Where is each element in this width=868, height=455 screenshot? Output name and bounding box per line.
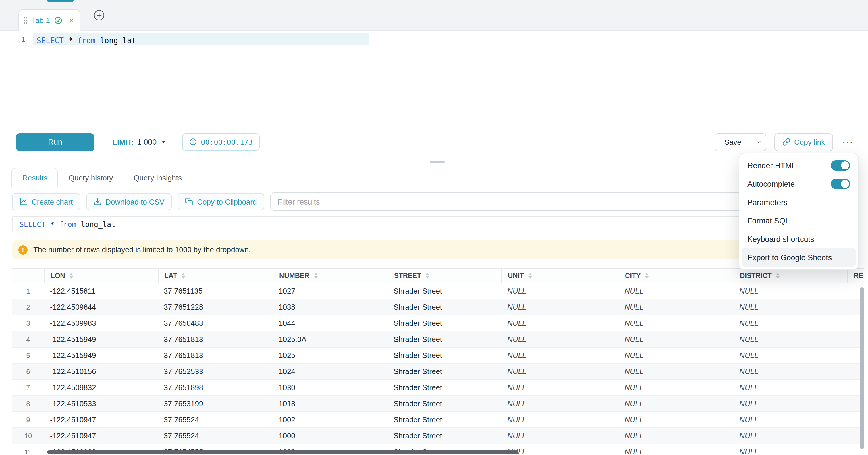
- toolbar-right-group: Save Copy link ⋯: [715, 133, 855, 151]
- table-cell: NULL: [734, 287, 847, 295]
- drag-handle-icon[interactable]: [24, 17, 28, 24]
- tab-query-history[interactable]: Query history: [58, 168, 124, 187]
- table-cell: NULL: [619, 448, 734, 455]
- column-header-street[interactable]: STREET: [388, 269, 501, 283]
- copy-icon: [185, 198, 193, 206]
- menu-item-autocomplete[interactable]: Autocomplete: [739, 175, 858, 193]
- code-area[interactable]: SELECT * from long_lat: [33, 31, 868, 127]
- column-header-number[interactable]: NUMBER: [273, 269, 388, 283]
- menu-item-parameters[interactable]: Parameters: [739, 193, 858, 211]
- row-number: 2: [12, 303, 44, 311]
- table-cell: Shrader Street: [388, 415, 501, 424]
- save-button[interactable]: Save: [715, 133, 750, 150]
- table-cell: -122.4509644: [44, 303, 158, 311]
- column-header-lon[interactable]: LON: [44, 269, 158, 283]
- sort-icon: [313, 272, 318, 279]
- table-cell: -122.4510156: [44, 367, 158, 376]
- table-row: 4-122.451594937.76518131025.0AShrader St…: [12, 332, 864, 347]
- create-chart-label: Create chart: [32, 198, 73, 206]
- column-header-city[interactable]: CITY: [619, 269, 734, 283]
- table-cell: 1025: [273, 351, 388, 360]
- table-cell: 37.7651813: [158, 335, 273, 343]
- copy-link-button[interactable]: Copy link: [774, 133, 833, 151]
- panel-resize-handle[interactable]: [430, 161, 445, 163]
- table-cell: Shrader Street: [388, 351, 501, 360]
- copy-to-clipboard-button[interactable]: Copy to Clipboard: [178, 193, 264, 210]
- sql-preview-keyword-select: SELECT: [20, 220, 45, 229]
- autocomplete-toggle[interactable]: [831, 179, 850, 189]
- tab-query-insights[interactable]: Query Insights: [123, 168, 192, 187]
- sql-keyword-from: from: [78, 36, 96, 45]
- tab-results[interactable]: Results: [11, 168, 58, 187]
- table-cell: NULL: [501, 335, 619, 343]
- sort-icon: [645, 272, 649, 279]
- code-line[interactable]: SELECT * from long_lat: [33, 34, 868, 47]
- create-chart-button[interactable]: Create chart: [12, 193, 80, 210]
- vertical-scrollbar[interactable]: [860, 287, 864, 449]
- table-cell: NULL: [501, 351, 619, 360]
- menu-item-format-sql[interactable]: Format SQL: [739, 211, 858, 230]
- limit-dropdown[interactable]: LIMIT: 1 000: [113, 138, 167, 146]
- column-header-label: UNIT: [508, 272, 524, 280]
- sql-preview-identifier: long_lat: [81, 220, 116, 229]
- save-options-button[interactable]: [750, 133, 766, 150]
- column-header-label: LON: [51, 272, 65, 280]
- executed-sql-preview: SELECT * from long_lat: [12, 216, 856, 232]
- run-button[interactable]: Run: [16, 133, 94, 151]
- table-row: 5-122.451594937.76518131025Shrader Stree…: [12, 347, 864, 364]
- tab-1[interactable]: Tab 1 ✕: [19, 9, 81, 31]
- link-icon: [782, 138, 790, 146]
- clock-icon: [189, 138, 197, 146]
- column-header-lat[interactable]: LAT: [158, 269, 273, 283]
- render-html-toggle[interactable]: [831, 160, 850, 171]
- limit-value: 1 000: [137, 138, 157, 146]
- table-cell: 37.765524: [158, 431, 273, 440]
- editor-pane-divider: [369, 31, 369, 127]
- column-header-unit[interactable]: UNIT: [501, 269, 619, 283]
- menu-item-export-google-sheets[interactable]: Export to Google Sheets: [742, 248, 856, 267]
- line-number-gutter: 1: [0, 31, 33, 127]
- table-cell: 1044: [273, 319, 388, 328]
- sql-keyword-select: SELECT: [37, 36, 64, 45]
- sql-editor[interactable]: 1 SELECT * from long_lat: [0, 31, 868, 127]
- table-cell: NULL: [619, 383, 734, 392]
- row-number: 10: [12, 432, 44, 440]
- table-cell: 1030: [273, 383, 388, 392]
- table-cell: NULL: [501, 287, 619, 295]
- menu-item-render-html[interactable]: Render HTML: [739, 156, 858, 175]
- table-row: 6-122.451015637.76525331024Shrader Stree…: [12, 364, 864, 380]
- table-cell: -122.4510533: [44, 399, 158, 408]
- table-cell: NULL: [501, 319, 619, 328]
- column-header-district[interactable]: DISTRICT: [734, 269, 847, 283]
- close-icon[interactable]: ✕: [68, 17, 74, 24]
- horizontal-scrollbar[interactable]: [47, 450, 518, 454]
- table-cell: NULL: [734, 319, 847, 328]
- column-header-re[interactable]: RE: [847, 269, 864, 283]
- table-cell: NULL: [501, 415, 619, 424]
- table-row: 3-122.450998337.76504831044Shrader Stree…: [12, 315, 864, 332]
- menu-item-keyboard-shortcuts[interactable]: Keyboard shortcuts: [739, 230, 858, 248]
- copy-link-label: Copy link: [794, 138, 825, 146]
- add-tab-button[interactable]: [93, 9, 105, 21]
- row-number-header: [12, 269, 44, 283]
- column-header-label: RE: [854, 272, 863, 280]
- panel-divider: [0, 156, 868, 166]
- table-cell: NULL: [734, 383, 847, 392]
- table-cell: NULL: [619, 303, 734, 311]
- query-timer: 00:00:00.173: [182, 133, 260, 151]
- table-cell: 37.7651228: [158, 303, 273, 311]
- sort-icon: [69, 272, 74, 279]
- menu-item-label: Parameters: [747, 198, 787, 207]
- table-cell: NULL: [734, 367, 847, 376]
- caret-down-icon: [160, 139, 167, 145]
- download-csv-button[interactable]: Download to CSV: [86, 193, 172, 210]
- menu-item-label: Keyboard shortcuts: [747, 235, 814, 243]
- table-cell: NULL: [501, 367, 619, 376]
- tab-query-insights-label: Query Insights: [133, 173, 182, 182]
- table-cell: 1000: [273, 431, 388, 440]
- plus-circle-icon: [93, 9, 105, 21]
- more-options-button[interactable]: ⋯: [841, 135, 855, 149]
- limit-label: LIMIT:: [113, 138, 134, 146]
- table-cell: 37.7651813: [158, 351, 273, 360]
- column-header-label: LAT: [164, 272, 177, 280]
